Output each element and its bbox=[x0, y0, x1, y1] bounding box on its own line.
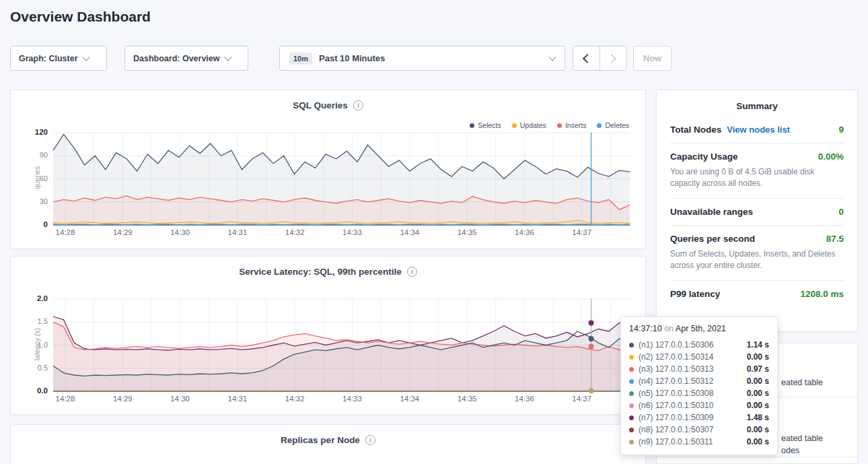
x-tick-label: 14:31 bbox=[228, 228, 248, 236]
x-tick-label: 14:33 bbox=[342, 228, 362, 236]
legend-label: Inserts bbox=[565, 121, 587, 129]
x-tick-label: 14:34 bbox=[400, 228, 419, 236]
node-color-dot-icon bbox=[629, 355, 634, 360]
x-tick-label: 14:34 bbox=[400, 395, 419, 403]
now-button[interactable]: Now bbox=[633, 46, 672, 71]
tooltip-node-row: (n6) 127.0.0.1:503100.00 s bbox=[629, 399, 769, 411]
tooltip-node-row: (n4) 127.0.0.1:503120.00 s bbox=[629, 375, 769, 387]
total-nodes-label: Total Nodes bbox=[670, 125, 721, 135]
legend-label: Selects bbox=[478, 121, 501, 129]
time-prev-button[interactable] bbox=[573, 46, 600, 70]
legend-dot-icon bbox=[512, 123, 517, 128]
overview-dashboard-page: { "page": {"title": "Overview Dashboard"… bbox=[0, 0, 868, 464]
sql-queries-plot[interactable]: 0306090120 14:2814:2914:3014:3114:3214:3… bbox=[53, 133, 630, 225]
x-tick-label: 14:31 bbox=[228, 395, 248, 403]
chart-hover-tooltip: 14:37:10 on Apr 5th, 2021 (n1) 127.0.0.1… bbox=[620, 317, 778, 455]
chart-title: Replicas per Node bbox=[281, 435, 360, 445]
event-item-text: eated table bbox=[781, 434, 823, 443]
dashboard-dropdown[interactable]: Dashboard: Overview bbox=[124, 46, 248, 71]
page-title: Overview Dashboard bbox=[10, 9, 151, 25]
node-latency-value: 0.00 s bbox=[747, 352, 769, 362]
legend-item-updates: Updates bbox=[512, 121, 546, 129]
x-tick-label: 14:36 bbox=[515, 228, 534, 236]
node-color-dot-icon bbox=[629, 416, 634, 420]
node-latency-value: 0.00 s bbox=[747, 437, 769, 446]
tooltip-node-row: (n5) 127.0.0.1:503080.00 s bbox=[629, 387, 769, 399]
node-color-dot-icon bbox=[629, 428, 634, 432]
legend-label: Deletes bbox=[605, 121, 629, 129]
tooltip-time: 14:37:10 bbox=[629, 324, 662, 333]
x-tick-label: 14:37 bbox=[572, 228, 591, 236]
qps-subtext: Sum of Selects, Updates, Inserts, and De… bbox=[670, 248, 844, 272]
capacity-label: Capacity Usage bbox=[670, 152, 738, 162]
capacity-subtext: You are using 0 B of 4.5 GiB usable disk… bbox=[670, 166, 844, 190]
node-address: (n5) 127.0.0.1:50308 bbox=[639, 389, 713, 398]
node-address: (n9) 127.0.0.1:50311 bbox=[639, 437, 713, 446]
graph-dropdown[interactable]: Graph: Cluster bbox=[10, 46, 107, 71]
x-tick-label: 14:32 bbox=[285, 395, 305, 403]
x-tick-label: 14:28 bbox=[56, 228, 75, 236]
node-latency-value: 1.14 s bbox=[747, 340, 769, 350]
service-latency-plot[interactable]: 0.00.51.01.52.0 14:2814:2914:3014:3114:3… bbox=[53, 299, 630, 391]
node-address: (n7) 127.0.0.1:50309 bbox=[639, 413, 713, 422]
divider bbox=[657, 457, 857, 457]
capacity-value: 0.00% bbox=[818, 152, 844, 162]
summary-card: Summary Total Nodes View nodes list 9 Ca… bbox=[656, 90, 858, 332]
node-address: (n3) 127.0.0.1:50313 bbox=[639, 364, 713, 374]
chart-title: Service Latency: SQL, 99th percentile bbox=[239, 267, 402, 277]
event-item-text: eated table bbox=[781, 378, 823, 387]
chevron-down-icon bbox=[548, 53, 556, 61]
legend-item-inserts: Inserts bbox=[557, 121, 587, 129]
y-axis-label: latency (s) bbox=[33, 298, 41, 391]
node-latency-value: 0.97 s bbox=[747, 364, 769, 374]
node-color-dot-icon bbox=[629, 391, 634, 396]
event-item-text: odes bbox=[781, 446, 799, 455]
node-latency-value: 0.00 s bbox=[747, 376, 769, 386]
node-color-dot-icon bbox=[629, 379, 634, 384]
summary-title: Summary bbox=[670, 101, 844, 111]
legend-item-selects: Selects bbox=[470, 121, 501, 129]
x-tick-label: 14:37 bbox=[572, 395, 591, 403]
node-latency-value: 0.00 s bbox=[747, 425, 769, 434]
tooltip-date: Apr 5th, 2021 bbox=[676, 324, 726, 333]
legend-dot-icon bbox=[470, 123, 474, 128]
unavailable-ranges-value: 0 bbox=[838, 207, 844, 217]
tooltip-on: on bbox=[664, 324, 674, 333]
node-address: (n2) 127.0.0.1:50314 bbox=[639, 352, 713, 362]
x-tick-label: 14:29 bbox=[113, 395, 133, 403]
legend-dot-icon bbox=[597, 123, 602, 128]
info-icon[interactable]: i bbox=[365, 435, 375, 445]
summary-row-qps: Queries per second 87.5 Sum of Selects, … bbox=[670, 226, 844, 281]
service-latency-card: Service Latency: SQL, 99th percentile i … bbox=[10, 256, 646, 415]
replicas-per-node-card: Replicas per Node i bbox=[10, 424, 646, 464]
x-tick-label: 14:33 bbox=[342, 395, 362, 403]
chevron-right-icon bbox=[607, 53, 616, 63]
p99-latency-label: P99 latency bbox=[670, 289, 720, 299]
view-nodes-list-link[interactable]: View nodes list bbox=[727, 125, 790, 135]
time-range-label: Past 10 Minutes bbox=[319, 53, 385, 63]
x-tick-label: 14:35 bbox=[458, 228, 477, 236]
chevron-left-icon bbox=[583, 53, 592, 63]
time-next-button[interactable] bbox=[600, 46, 626, 70]
unavailable-ranges-label: Unavailable ranges bbox=[670, 207, 753, 217]
tooltip-node-row: (n8) 127.0.0.1:503070.00 s bbox=[629, 424, 769, 436]
info-icon[interactable]: i bbox=[407, 267, 417, 277]
node-color-dot-icon bbox=[629, 403, 634, 408]
node-address: (n1) 127.0.0.1:50306 bbox=[639, 340, 713, 350]
x-tick-label: 14:32 bbox=[285, 228, 305, 236]
legend-item-deletes: Deletes bbox=[597, 121, 629, 129]
x-tick-label: 14:36 bbox=[515, 395, 534, 403]
node-address: (n4) 127.0.0.1:50312 bbox=[639, 376, 713, 386]
x-tick-label: 14:28 bbox=[56, 395, 75, 403]
tooltip-timestamp: 14:37:10 on Apr 5th, 2021 bbox=[629, 324, 769, 333]
info-icon[interactable]: i bbox=[353, 100, 363, 110]
x-tick-label: 14:30 bbox=[170, 228, 190, 236]
y-axis-label: queries bbox=[33, 132, 41, 224]
time-range-picker[interactable]: 10m Past 10 Minutes bbox=[279, 46, 565, 71]
time-range-badge: 10m bbox=[289, 53, 312, 65]
time-nav-group bbox=[573, 46, 626, 71]
node-latency-value: 0.00 s bbox=[747, 401, 769, 410]
node-address: (n6) 127.0.0.1:50310 bbox=[639, 401, 713, 410]
tooltip-node-row: (n7) 127.0.0.1:503091.48 s bbox=[629, 411, 769, 424]
sql-queries-card: SQL Queries i SelectsUpdatesInsertsDelet… bbox=[10, 90, 646, 249]
